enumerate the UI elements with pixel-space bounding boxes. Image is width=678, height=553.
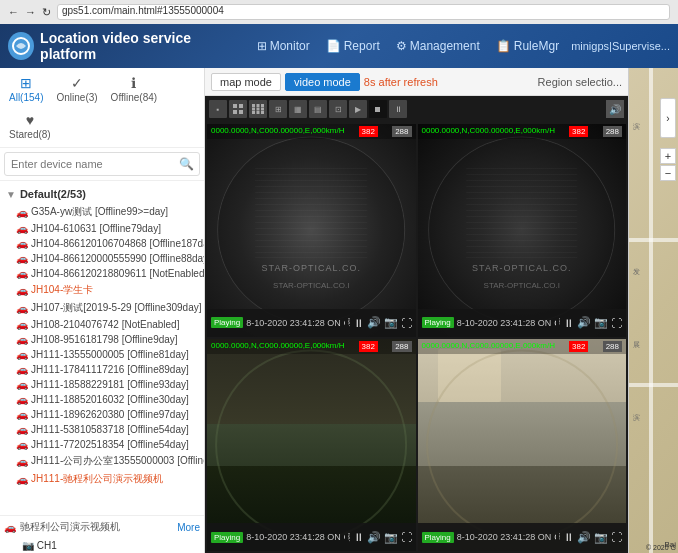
logo-icon [8,32,34,60]
list-item[interactable]: 🚗 G35A-yw测试 [Offline99>=day] [0,203,204,221]
snapshot-btn[interactable]: 📷 [594,316,608,329]
nav-management[interactable]: ⚙ Management [396,39,480,53]
grid-6-icon[interactable]: ▤ [309,100,327,118]
list-item[interactable]: 🚗 JH111-公司办公室13555000003 [Offline60...] [0,452,204,470]
grid-5-icon[interactable]: ▦ [289,100,307,118]
video-timestamp: 8-10-2020 23:41:28 ON [246,318,341,328]
grid-4x4-icon[interactable]: ⊞ [269,100,287,118]
gps-coords: 0000.0000,N,C000.00000,E,000km/H [422,341,555,352]
fullscreen-btn[interactable]: ⛶ [401,531,412,543]
camera-feed-ch3 [207,339,416,552]
pause-btn[interactable]: ⏸ [563,317,574,329]
sound-icon[interactable]: 🔊 [606,100,624,118]
ch1-item[interactable]: 📷 CH1 [0,538,204,553]
pause-btn[interactable]: ⏸ [353,317,364,329]
main-area: ⊞ All(154) ✓ Online(3) ℹ Offline(84) ♥ S… [0,68,678,553]
pause-btn[interactable]: ⏸ [353,531,364,543]
nav-report[interactable]: 📄 Report [326,39,380,53]
video-channel: CH1 [344,532,345,542]
url-bar[interactable]: gps51.com/main.html#13555000004 [57,4,670,20]
car-icon: 🚗 [16,424,28,435]
reload-btn[interactable]: ↻ [42,6,51,19]
map-road-horizontal-2 [629,383,678,387]
main-nav: ⊞ Monitor 📄 Report ⚙ Management 📋 RuleMg… [257,39,559,53]
signal-badge-2: 288 [392,126,411,137]
fullscreen-btn[interactable]: ⛶ [611,531,622,543]
volume-btn[interactable]: 🔊 [577,531,591,544]
more-button[interactable]: More [177,522,200,533]
volume-btn[interactable]: 🔊 [577,316,591,329]
car-icon: 🚗 [16,303,28,314]
fullscreen-btn[interactable]: ⛶ [401,317,412,329]
svg-rect-11 [252,111,255,114]
tab-stared[interactable]: ♥ Stared(8) [4,109,56,143]
snapshot-btn[interactable]: 📷 [384,316,398,329]
tab-online[interactable]: ✓ Online(3) [51,72,102,106]
logo: Location video service platform [8,30,237,62]
signal-badge-2: 288 [603,341,622,352]
map-mode-button[interactable]: map mode [211,73,281,91]
playing-badge: Playing [422,532,454,543]
user-info[interactable]: minigps|Supervise... [571,40,670,52]
video-top-bar-ch4: 0000.0000,N,C000.00000,E,000km/H 382 288 [418,339,627,354]
tab-offline[interactable]: ℹ Offline(84) [106,72,163,106]
map-expand-button[interactable]: › [660,98,676,138]
grid-3x3-icon[interactable] [249,100,267,118]
car-icon-red: 🚗 [16,474,28,485]
list-item[interactable]: 🚗 JH111-18588229181 [Offline93day] [0,377,204,392]
list-item[interactable]: 🚗 JH111-18852016032 [Offline30day] [0,392,204,407]
pause-icon[interactable]: ⏸ [389,100,407,118]
nav-monitor[interactable]: ⊞ Monitor [257,39,310,53]
zoom-out-button[interactable]: − [660,165,676,181]
stop-icon[interactable]: ⏹ [369,100,387,118]
volume-btn[interactable]: 🔊 [367,531,381,544]
svg-rect-2 [239,104,243,108]
list-item[interactable]: 🚗 JH108-9516181798 [Offline9day] [0,332,204,347]
report-icon: 📄 [326,39,341,53]
list-item[interactable]: 🚗 JH104-610631 [Offline79day] [0,221,204,236]
camera-feed-ch1: STAR-OPTICAL.CO. STAR-OPTICAL.CO.I [207,124,416,337]
signal-badge: 382 [359,341,378,352]
list-item[interactable]: 🚗 JH104-866120218809611 [NotEnabled] [0,266,204,281]
video-mode-button[interactable]: video mode [285,73,360,91]
tab-all[interactable]: ⊞ All(154) [4,72,48,106]
video-cell-ch3: 0000.0000,N,C000.00000,E,000km/H 382 288… [207,339,416,552]
list-item[interactable]: 🚗 JH104-866120106704868 [Offline187day] [0,236,204,251]
forward-btn[interactable]: → [25,6,36,18]
video-top-bar-ch2: 0000.0000,N,C000.00000,E,000km/H 382 288 [418,124,627,139]
list-item[interactable]: 🚗 JH111-53810583718 [Offline54day] [0,422,204,437]
grid-7-icon[interactable]: ⊡ [329,100,347,118]
list-item[interactable]: 🚗 JH107-测试[2019-5-29 [Offline309day] [0,299,204,317]
tree-group-default[interactable]: ▼ Default(2/53) [0,185,204,203]
fullscreen-btn[interactable]: ⛶ [611,317,622,329]
nav-rulemgr[interactable]: 📋 RuleMgr [496,39,559,53]
list-item-active[interactable]: 🚗 JH104-学生卡 [0,281,204,299]
search-input[interactable] [4,152,200,176]
snapshot-btn[interactable]: 📷 [384,531,398,544]
list-item[interactable]: 🚗 JH111-77202518354 [Offline54day] [0,437,204,452]
svg-rect-9 [257,108,260,111]
device-tree: ▼ Default(2/53) 🚗 G35A-yw测试 [Offline99>=… [0,181,204,515]
copyright-label: © 2020 G [646,544,676,551]
video-bottom-bar-ch3: Playing 8-10-2020 23:41:28 ON CH1 驰程利公司演… [207,523,416,551]
list-item[interactable]: 🚗 JH104-866120000555990 [Offline88day] [0,251,204,266]
video-timestamp: 8-10-2020 23:41:28 ON [246,532,341,542]
pause-btn[interactable]: ⏸ [563,531,574,543]
video-bottom-bar-ch4: Playing 8-10-2020 23:41:28 ON CH1 驰程利公司演… [418,523,627,551]
volume-btn[interactable]: 🔊 [367,316,381,329]
playing-badge: Playing [422,317,454,328]
grid-2x2-icon[interactable] [229,100,247,118]
back-btn[interactable]: ← [8,6,19,18]
brand-watermark: STAR-OPTICAL.CO. [262,263,361,273]
list-item[interactable]: 🚗 JH108-2104076742 [NotEnabled] [0,317,204,332]
list-item[interactable]: 🚗 JH111-13555000005 [Offline81day] [0,347,204,362]
svg-rect-6 [257,104,260,107]
list-item-demo[interactable]: 🚗 JH111-驰程利公司演示视频机 [0,470,204,488]
list-item[interactable]: 🚗 JH111-18962620380 [Offline97day] [0,407,204,422]
play-icon[interactable]: ▶ [349,100,367,118]
snapshot-btn[interactable]: 📷 [594,531,608,544]
list-item[interactable]: 🚗 JH111-17841117216 [Offline89day] [0,362,204,377]
sidebar-tabs: ⊞ All(154) ✓ Online(3) ℹ Offline(84) ♥ S… [0,68,204,148]
zoom-in-button[interactable]: + [660,148,676,164]
grid-1x1-icon[interactable]: ▪ [209,100,227,118]
